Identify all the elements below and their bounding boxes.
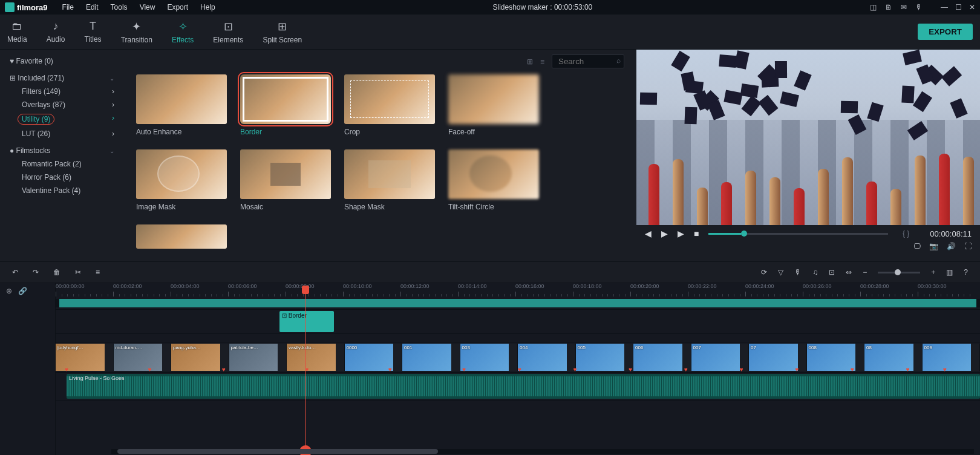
video-clip[interactable]: 005: [576, 344, 634, 371]
video-clip[interactable]: 009: [923, 344, 981, 371]
video-track[interactable]: 🎞 1 🔒 👁 jodyhongf…md-duran-…pang-yuha…pa…: [56, 342, 980, 373]
video-clip[interactable]: 0000: [345, 344, 403, 371]
delete-icon[interactable]: 🗑: [53, 268, 60, 277]
heart-marker-icon[interactable]: ♥: [684, 366, 688, 373]
prev-frame-icon[interactable]: ◀: [645, 229, 652, 238]
heart-marker-icon[interactable]: ♥: [148, 366, 152, 373]
redo-icon[interactable]: ↷: [33, 268, 39, 277]
heart-marker-icon[interactable]: ♥: [222, 366, 226, 373]
effect-crop[interactable]: Crop: [344, 74, 435, 136]
heart-marker-icon[interactable]: ♥: [851, 366, 854, 373]
tab-titles[interactable]: TTitles: [84, 20, 101, 44]
timeline-content[interactable]: 00:00:00:0000:00:02:0000:00:04:0000:00:0…: [56, 283, 980, 455]
sidebar-filmstocks[interactable]: ● Filmstocks ⌄: [0, 144, 124, 157]
heart-marker-icon[interactable]: ♥: [795, 366, 799, 373]
heart-marker-icon[interactable]: ♥: [65, 366, 68, 373]
tab-transition[interactable]: ✦Transition: [121, 20, 152, 44]
maximize-icon[interactable]: ☐: [955, 3, 962, 11]
effect-border[interactable]: Border: [240, 74, 331, 136]
record-vo-icon[interactable]: 🎙: [794, 268, 802, 277]
scrollbar-thumb[interactable]: [117, 449, 438, 454]
list-view-icon[interactable]: ≡: [540, 57, 544, 66]
heart-marker-icon[interactable]: ♥: [629, 366, 632, 373]
video-clip[interactable]: 006: [633, 344, 691, 371]
effect-extra[interactable]: [136, 224, 227, 249]
menu-help[interactable]: Help: [200, 3, 215, 11]
play-icon[interactable]: ▶: [661, 229, 668, 238]
tab-media[interactable]: 🗀Media: [7, 20, 27, 44]
sidebar-favorite[interactable]: ♥ Favorite (0): [0, 54, 124, 68]
effect-track[interactable]: ⊡ 2 🔒 👁 ⊡ Border: [56, 310, 980, 334]
add-track-icon[interactable]: ⊕: [6, 287, 12, 295]
sidebar-item-filters[interactable]: Filters (149)›: [0, 85, 124, 98]
menu-view[interactable]: View: [140, 3, 155, 11]
account-icon[interactable]: ◫: [870, 3, 877, 11]
video-clip[interactable]: 004: [518, 344, 576, 371]
close-icon[interactable]: ✕: [969, 3, 975, 11]
help-icon[interactable]: ?: [964, 268, 968, 277]
minimize-icon[interactable]: —: [941, 3, 948, 11]
video-clip[interactable]: vasily-kolo…: [287, 344, 345, 371]
sidebar-included[interactable]: ⊞ Included (271) ⌄: [0, 71, 124, 85]
sidebar-item-utility[interactable]: Utility (9)›: [0, 111, 124, 127]
audio-clip[interactable]: Living Pulse - So Goes: [67, 374, 980, 399]
play-forward-icon[interactable]: ▶: [678, 229, 684, 238]
sidebar-item-lut[interactable]: LUT (26)›: [0, 127, 124, 140]
effect-tilt-shift-circle[interactable]: Tilt-shift Circle: [448, 149, 539, 211]
zoom-slider[interactable]: [878, 272, 920, 273]
audio-track[interactable]: ♪ 1 🔒 🔊 Living Pulse - So Goes: [56, 373, 980, 401]
video-clip[interactable]: pang-yuha…: [171, 344, 229, 371]
seek-bar[interactable]: [708, 233, 887, 235]
quality-icon[interactable]: 🖵: [913, 242, 921, 250]
video-clip[interactable]: 003: [460, 344, 518, 371]
stop-icon[interactable]: ■: [694, 229, 699, 238]
timeline-scrollbar[interactable]: [111, 449, 974, 454]
work-area-track[interactable]: [56, 299, 980, 310]
marker-icon[interactable]: ▽: [778, 268, 783, 277]
preview-viewport[interactable]: [636, 50, 980, 225]
menu-tools[interactable]: Tools: [111, 3, 128, 11]
video-clip[interactable]: patricia-be…: [229, 344, 287, 371]
tab-elements[interactable]: ⊡Elements: [213, 20, 243, 44]
tab-effects[interactable]: ✧Effects: [172, 20, 194, 44]
split-icon[interactable]: ✂: [75, 268, 81, 277]
volume-icon[interactable]: 🔊: [947, 242, 956, 250]
zoom-fit-icon[interactable]: ⇔: [846, 268, 852, 277]
effect-face-off[interactable]: Face-off: [448, 74, 539, 136]
mic-icon[interactable]: 🎙: [915, 3, 923, 11]
mark-in-out-icon[interactable]: { }: [903, 229, 909, 238]
crop-icon[interactable]: ⊡: [829, 268, 835, 277]
video-clip[interactable]: 008: [807, 344, 865, 371]
sidebar-item-horror[interactable]: Horror Pack (6): [0, 171, 124, 184]
zoom-out-icon[interactable]: −: [863, 268, 867, 277]
export-button[interactable]: EXPORT: [918, 24, 973, 40]
heart-marker-icon[interactable]: ♥: [906, 366, 910, 373]
zoom-in-icon[interactable]: +: [931, 268, 935, 277]
playhead[interactable]: ✂: [305, 290, 306, 455]
effect-clip-border[interactable]: ⊡ Border: [279, 311, 334, 332]
link-icon[interactable]: 🔗: [18, 287, 27, 295]
menu-edit[interactable]: Edit: [86, 3, 99, 11]
effect-image-mask[interactable]: Image Mask: [136, 149, 227, 211]
menu-file[interactable]: File: [62, 3, 74, 11]
effect-auto-enhance[interactable]: Auto Enhance: [136, 74, 227, 136]
search-icon[interactable]: ⌕: [616, 56, 621, 65]
grid-view-icon[interactable]: ⊞: [527, 57, 533, 66]
undo-icon[interactable]: ↶: [12, 268, 18, 277]
edit-icon[interactable]: ≡: [96, 268, 100, 277]
video-clip[interactable]: 001: [402, 344, 460, 371]
timeline-ruler[interactable]: 00:00:00:0000:00:02:0000:00:04:0000:00:0…: [56, 283, 980, 299]
playhead-handle[interactable]: [302, 286, 309, 294]
heart-marker-icon[interactable]: ♥: [573, 366, 577, 373]
heart-marker-icon[interactable]: ♥: [388, 366, 392, 373]
audio-mixer-icon[interactable]: ♫: [812, 268, 818, 277]
heart-marker-icon[interactable]: ♥: [518, 366, 521, 373]
menu-export[interactable]: Export: [167, 3, 188, 11]
sidebar-item-overlays[interactable]: Overlays (87)›: [0, 98, 124, 111]
save-icon[interactable]: 🗎: [885, 3, 892, 11]
video-clip[interactable]: md-duran-…: [114, 344, 172, 371]
sidebar-item-valentine[interactable]: Valentine Pack (4): [0, 184, 124, 197]
snapshot-icon[interactable]: 📷: [929, 242, 938, 250]
search-input[interactable]: [552, 54, 624, 68]
heart-marker-icon[interactable]: ♥: [462, 366, 466, 373]
